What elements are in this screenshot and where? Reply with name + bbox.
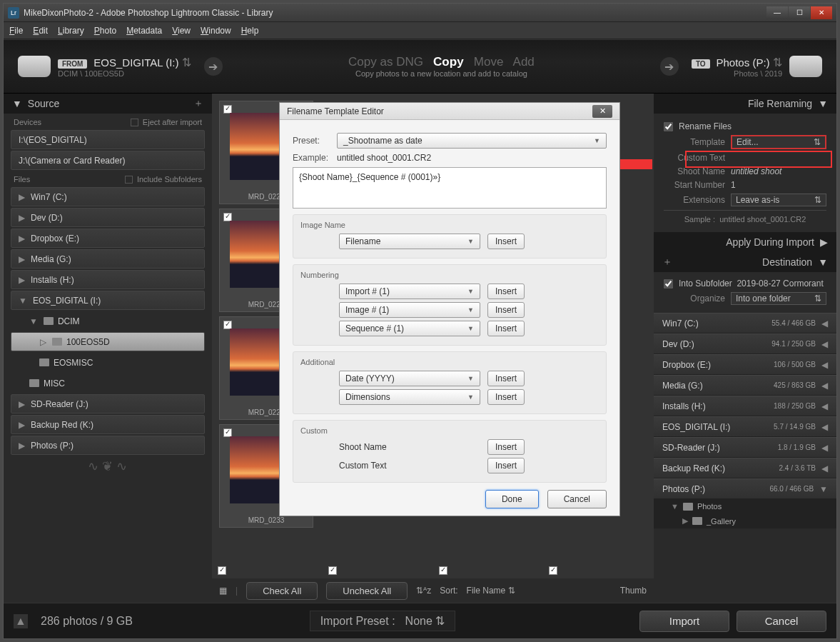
menu-view[interactable]: View [172, 26, 191, 36]
insert-button[interactable]: Insert [487, 302, 525, 318]
insert-button[interactable]: Insert [487, 458, 525, 473]
grid-view-icon[interactable]: ▦ [219, 586, 227, 596]
drive-row[interactable]: ▶Media (G:) [11, 249, 205, 269]
dialog-titlebar: Filename Template Editor ✕ [280, 103, 619, 120]
file-renaming-header[interactable]: File Renaming▼ [654, 94, 836, 114]
insert-button[interactable]: Insert [487, 389, 525, 405]
column-checkbox[interactable] [218, 566, 226, 575]
sort-toggle-icon[interactable]: ⇅ᴬz [416, 586, 431, 596]
drive-row[interactable]: ▶Backup Red (K:) [11, 415, 205, 434]
insert-button[interactable]: Insert [487, 371, 525, 386]
eject-checkbox[interactable] [131, 119, 138, 126]
destination-drive-row[interactable]: Photos (P:)66.0 / 466 GB▼ [654, 478, 836, 499]
uncheck-all-button[interactable]: Uncheck All [326, 582, 408, 600]
folder-dcim[interactable]: ▼DCIM [11, 311, 205, 331]
numbering-dropdown[interactable]: Image # (1)▼ [339, 302, 480, 318]
destination-drive-row[interactable]: Win7 (C:)55.4 / 466 GB◀ [654, 313, 836, 333]
to-location[interactable]: Photos (P:) [717, 56, 770, 69]
from-tag: FROM [58, 59, 87, 69]
subfolders-checkbox[interactable] [125, 176, 133, 184]
drive-row[interactable]: ▶Win7 (C:) [11, 187, 205, 206]
drive-row-eos[interactable]: ▼EOS_DIGITAL (I:) [11, 291, 205, 310]
dest-folder-row[interactable]: ▼Photos [654, 499, 836, 513]
drive-row[interactable]: ▶Photos (P:) [11, 436, 205, 455]
eject-label: Eject after import [143, 118, 202, 126]
folder-icon [683, 503, 693, 511]
window-close-button[interactable]: ✕ [811, 6, 832, 19]
device-row[interactable]: I:\(EOS_DIGITAL) [11, 130, 205, 149]
destination-drive-row[interactable]: Dropbox (E:)106 / 500 GB◀ [654, 354, 836, 375]
menu-file[interactable]: File [9, 26, 23, 36]
menu-library[interactable]: Library [58, 26, 84, 36]
right-panel: File Renaming▼ Rename Files TemplateEdit… [654, 94, 836, 603]
source-header[interactable]: ▼ Source ＋ [4, 94, 212, 114]
photo-count: 286 photos / 9 GB [41, 615, 133, 628]
subfolder-name-field[interactable]: 2019-08-27 Cormorant [737, 279, 823, 289]
insert-button[interactable]: Insert [487, 321, 525, 336]
add-source-button[interactable]: ＋ [193, 97, 203, 110]
window-minimize-button[interactable]: — [766, 6, 788, 19]
destination-drive-row[interactable]: Dev (D:)94.1 / 250 GB◀ [654, 333, 836, 354]
op-move[interactable]: Move [474, 55, 504, 69]
dialog-close-button[interactable]: ✕ [592, 105, 612, 118]
preset-dropdown[interactable]: _Shootname as date▼ [337, 133, 607, 149]
into-subfolder-checkbox[interactable] [664, 279, 673, 289]
column-checkbox[interactable] [328, 566, 337, 575]
folder-eosmisc[interactable]: EOSMISC [11, 353, 205, 372]
folder-misc[interactable]: MISC [11, 373, 205, 393]
filename-token-dropdown[interactable]: Filename▼ [339, 234, 480, 249]
op-add[interactable]: Add [513, 55, 535, 69]
insert-button[interactable]: Insert [487, 284, 525, 299]
column-check-row [212, 563, 654, 578]
cancel-button[interactable]: Cancel [547, 490, 607, 508]
menu-help[interactable]: Help [241, 26, 259, 36]
pattern-textarea[interactable]: {Shoot Name}_{Sequence # (0001)»} [293, 167, 607, 209]
dest-folder-row[interactable]: ▶_Gallery [654, 513, 836, 528]
menu-photo[interactable]: Photo [94, 26, 116, 36]
column-checkbox[interactable] [439, 566, 447, 575]
op-copy[interactable]: Copy [433, 55, 464, 69]
destination-drive-row[interactable]: Installs (H:)188 / 250 GB◀ [654, 396, 836, 416]
insert-button[interactable]: Insert [487, 234, 525, 249]
destination-drive-row[interactable]: Backup Red (K:)2.4 / 3.6 TB◀ [654, 458, 836, 478]
op-copy-as-dng[interactable]: Copy as DNG [348, 55, 423, 69]
check-all-button[interactable]: Check All [246, 582, 318, 600]
numbering-dropdown[interactable]: Import # (1)▼ [339, 284, 480, 299]
add-destination-button[interactable]: ＋ [662, 256, 672, 269]
device-row[interactable]: J:\(Camera or Card Reader) [11, 151, 205, 170]
drive-row[interactable]: ▶Installs (H:) [11, 270, 205, 289]
insert-button[interactable]: Insert [487, 439, 525, 455]
additional-dropdown[interactable]: Date (YYYY)▼ [339, 371, 480, 386]
to-tag: TO [692, 59, 710, 69]
extensions-dropdown[interactable]: Leave as-is⇅ [731, 194, 826, 206]
import-preset-dropdown[interactable]: None ⇅ [405, 614, 445, 628]
additional-dropdown[interactable]: Dimensions▼ [339, 389, 480, 405]
folder-100eos5d[interactable]: ▷100EOS5D [11, 332, 205, 351]
start-number-field[interactable]: 1 [731, 180, 826, 190]
destination-drive-row[interactable]: SD-Reader (J:)1.8 / 1.9 GB◀ [654, 437, 836, 458]
destination-drive-row[interactable]: Media (G:)425 / 863 GB◀ [654, 375, 836, 396]
sort-dropdown[interactable]: File Name ⇅ [467, 586, 515, 596]
numbering-dropdown[interactable]: Sequence # (1)▼ [339, 321, 480, 336]
window-maximize-button[interactable]: ☐ [789, 6, 810, 19]
from-location[interactable]: EOS_DIGITAL (I:) [93, 56, 178, 69]
organize-dropdown[interactable]: Into one folder⇅ [731, 292, 826, 305]
drive-row[interactable]: ▶SD-Reader (J:) [11, 394, 205, 413]
destination-drive-row[interactable]: EOS_DIGITAL (I:)5.7 / 14.9 GB◀ [654, 416, 836, 437]
drive-row[interactable]: ▶Dev (D:) [11, 208, 205, 227]
destination-header[interactable]: ＋ Destination▼ [654, 252, 836, 272]
drive-row[interactable]: ▶Dropbox (E:) [11, 229, 205, 248]
rename-files-checkbox[interactable] [664, 122, 673, 131]
column-checkbox[interactable] [549, 566, 557, 575]
expand-panel-button[interactable]: ▲ [14, 614, 28, 628]
menu-window[interactable]: Window [201, 26, 231, 36]
cancel-import-button[interactable]: Cancel [737, 611, 826, 632]
menu-metadata[interactable]: Metadata [126, 26, 162, 36]
menu-edit[interactable]: Edit [33, 26, 48, 36]
import-button[interactable]: Import [639, 611, 729, 632]
shoot-name-field[interactable]: untitled shoot [731, 166, 826, 176]
done-button[interactable]: Done [485, 490, 539, 508]
apply-during-import-header[interactable]: Apply During Import▶ [654, 232, 836, 252]
folder-icon [44, 317, 54, 325]
template-dropdown[interactable]: Edit...⇅ [731, 135, 826, 149]
